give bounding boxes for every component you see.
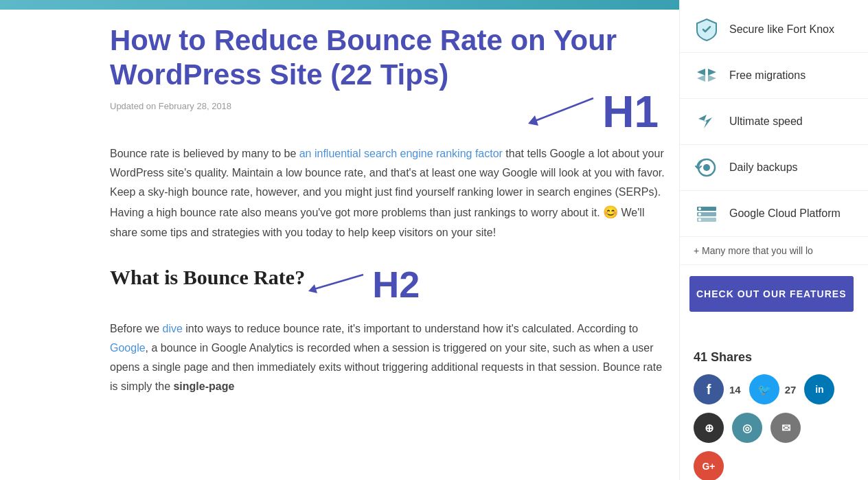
twitter-group: 🐦 27 — [749, 374, 797, 404]
feature-item-backups: Daily backups — [680, 145, 868, 191]
hero-image — [0, 0, 679, 10]
social-row-1: f 14 🐦 27 in — [694, 374, 854, 404]
facebook-count: 14 — [729, 384, 741, 396]
svg-point-11 — [698, 218, 701, 221]
twitter-button[interactable]: 🐦 — [749, 374, 779, 404]
layers-button[interactable]: ⊕ — [694, 413, 724, 443]
migrations-icon — [694, 62, 720, 89]
feature-item-migrations: Free migrations — [680, 53, 868, 99]
h2-label: H2 — [372, 263, 420, 306]
speed-icon — [694, 108, 720, 135]
buffer-icon: ◎ — [742, 422, 752, 435]
h2-row: What is Bounce Rate? H2 — [110, 263, 665, 306]
google-link[interactable]: Google — [110, 342, 146, 354]
svg-point-10 — [698, 213, 701, 216]
main-content: How to Reduce Bounce Rate on Your WordPr… — [0, 0, 679, 480]
shield-icon — [694, 16, 720, 43]
feature-label-speed: Ultimate speed — [729, 115, 803, 128]
article-h2: What is Bounce Rate? — [110, 266, 305, 289]
facebook-button[interactable]: f — [694, 374, 724, 404]
social-section: 41 Shares f 14 🐦 27 in — [680, 336, 868, 480]
gplus-button[interactable]: G+ — [694, 451, 724, 480]
feature-item-secure: Secure like Fort Knox — [680, 7, 868, 53]
influential-link[interactable]: an influential search engine ranking fac… — [299, 148, 503, 159]
article-paragraph-2: Before we dive into ways to reduce bounc… — [110, 319, 665, 396]
buffer-button[interactable]: ◎ — [732, 413, 762, 443]
shares-title: 41 Shares — [694, 350, 854, 365]
h1-arrow — [521, 95, 597, 129]
facebook-icon: f — [707, 382, 711, 398]
cta-button[interactable]: CHECK OUT OUR FEATURES — [689, 276, 854, 312]
linkedin-icon: in — [815, 384, 823, 395]
feature-label-cloud: Google Cloud Platform — [729, 207, 841, 220]
gplus-icon: G+ — [702, 461, 715, 472]
facebook-group: f 14 — [694, 374, 741, 404]
article-body: How to Reduce Bounce Rate on Your WordPr… — [0, 10, 679, 431]
social-row-3: G+ — [694, 451, 854, 480]
svg-point-5 — [703, 164, 710, 171]
layers-icon: ⊕ — [705, 422, 713, 435]
dive-link[interactable]: dive — [162, 323, 182, 334]
twitter-icon: 🐦 — [757, 383, 771, 396]
h1-label: H1 — [602, 87, 659, 137]
mail-button[interactable]: ✉ — [770, 413, 801, 443]
sidebar-features: Secure like Fort Knox Free migrations — [680, 0, 868, 336]
linkedin-button[interactable]: in — [804, 374, 834, 404]
svg-point-9 — [698, 207, 701, 210]
h2-arrow — [305, 269, 367, 299]
emoji: 😊 — [603, 205, 618, 219]
mail-icon: ✉ — [781, 422, 790, 435]
linkedin-group: in — [804, 374, 834, 404]
article-paragraph-1: Bounce rate is believed by many to be an… — [110, 144, 665, 243]
more-features: + Many more that you will lo — [680, 237, 868, 265]
cloud-icon — [694, 201, 720, 227]
backups-icon — [694, 155, 720, 181]
feature-label-migrations: Free migrations — [729, 69, 806, 82]
twitter-count: 27 — [785, 384, 797, 396]
sidebar: Secure like Fort Knox Free migrations — [679, 0, 868, 480]
feature-label-secure: Secure like Fort Knox — [729, 23, 834, 36]
svg-line-2 — [312, 275, 363, 290]
feature-label-backups: Daily backups — [729, 161, 798, 174]
article-title: How to Reduce Bounce Rate on Your WordPr… — [110, 23, 665, 93]
social-row-2: ⊕ ◎ ✉ — [694, 413, 854, 443]
feature-item-cloud: Google Cloud Platform — [680, 191, 868, 237]
svg-line-0 — [532, 98, 593, 122]
h1-annotation: H1 — [110, 87, 665, 137]
feature-item-speed: Ultimate speed — [680, 99, 868, 145]
